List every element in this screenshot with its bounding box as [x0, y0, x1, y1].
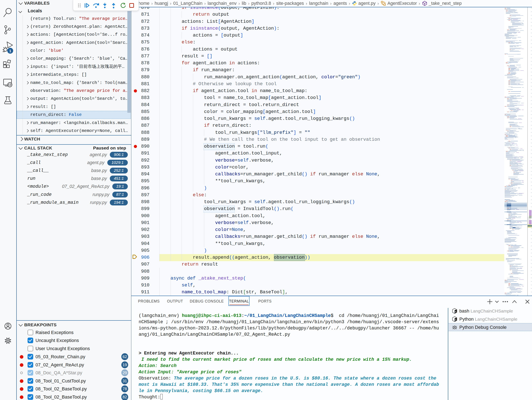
- svg-text:$: $: [455, 311, 456, 313]
- svg-text:$: $: [455, 319, 456, 321]
- svg-text:1: 1: [9, 49, 11, 53]
